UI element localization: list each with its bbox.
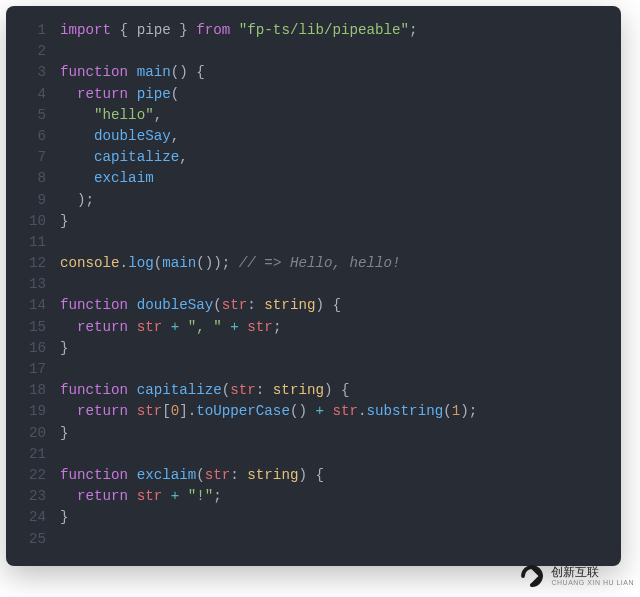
line-number: 25 <box>6 529 60 550</box>
code-line: 12console.log(main()); // => Hello, hell… <box>6 253 621 274</box>
line-number: 5 <box>6 105 60 126</box>
code-content: return pipe( <box>60 84 621 105</box>
code-content: return str + ", " + str; <box>60 317 621 338</box>
code-content: capitalize, <box>60 147 621 168</box>
watermark-text: 创新互联 CHUANG XIN HU LIAN <box>551 566 634 586</box>
code-line: 13 <box>6 274 621 295</box>
code-content: function capitalize(str: string) { <box>60 380 621 401</box>
code-line: 4 return pipe( <box>6 84 621 105</box>
line-number: 7 <box>6 147 60 168</box>
line-number: 16 <box>6 338 60 359</box>
code-content: return str[0].toUpperCase() + str.substr… <box>60 401 621 422</box>
code-line: 11 <box>6 232 621 253</box>
line-number: 11 <box>6 232 60 253</box>
line-number: 15 <box>6 317 60 338</box>
watermark-logo-icon <box>517 561 547 591</box>
code-content: exclaim <box>60 168 621 189</box>
code-line: 22function exclaim(str: string) { <box>6 465 621 486</box>
code-content: ); <box>60 190 621 211</box>
line-number: 21 <box>6 444 60 465</box>
code-line: 5 "hello", <box>6 105 621 126</box>
code-line: 16} <box>6 338 621 359</box>
code-line: 2 <box>6 41 621 62</box>
line-number: 14 <box>6 295 60 316</box>
code-content: function main() { <box>60 62 621 83</box>
line-number: 10 <box>6 211 60 232</box>
watermark: 创新互联 CHUANG XIN HU LIAN <box>517 561 634 591</box>
code-line: 14function doubleSay(str: string) { <box>6 295 621 316</box>
code-line: 20} <box>6 423 621 444</box>
code-line: 10} <box>6 211 621 232</box>
code-content: return str + "!"; <box>60 486 621 507</box>
code-line: 24} <box>6 507 621 528</box>
code-line: 19 return str[0].toUpperCase() + str.sub… <box>6 401 621 422</box>
line-number: 1 <box>6 20 60 41</box>
code-content: doubleSay, <box>60 126 621 147</box>
line-number: 3 <box>6 62 60 83</box>
line-number: 2 <box>6 41 60 62</box>
line-number: 24 <box>6 507 60 528</box>
code-line: 23 return str + "!"; <box>6 486 621 507</box>
code-content: import { pipe } from "fp-ts/lib/pipeable… <box>60 20 621 41</box>
code-content: function exclaim(str: string) { <box>60 465 621 486</box>
code-line: 3function main() { <box>6 62 621 83</box>
watermark-subtitle: CHUANG XIN HU LIAN <box>551 579 634 586</box>
line-number: 12 <box>6 253 60 274</box>
code-content: function doubleSay(str: string) { <box>60 295 621 316</box>
line-number: 8 <box>6 168 60 189</box>
code-editor: 1import { pipe } from "fp-ts/lib/pipeabl… <box>6 6 621 566</box>
line-number: 19 <box>6 401 60 422</box>
line-number: 22 <box>6 465 60 486</box>
code-line: 1import { pipe } from "fp-ts/lib/pipeabl… <box>6 20 621 41</box>
line-number: 20 <box>6 423 60 444</box>
code-line: 21 <box>6 444 621 465</box>
line-number: 6 <box>6 126 60 147</box>
code-content: console.log(main()); // => Hello, hello! <box>60 253 621 274</box>
code-content: "hello", <box>60 105 621 126</box>
code-content: } <box>60 211 621 232</box>
code-content: } <box>60 423 621 444</box>
line-number: 18 <box>6 380 60 401</box>
code-line: 8 exclaim <box>6 168 621 189</box>
code-content: } <box>60 507 621 528</box>
code-line: 15 return str + ", " + str; <box>6 317 621 338</box>
code-line: 9 ); <box>6 190 621 211</box>
code-line: 17 <box>6 359 621 380</box>
code-line: 25 <box>6 529 621 550</box>
line-number: 4 <box>6 84 60 105</box>
code-line: 18function capitalize(str: string) { <box>6 380 621 401</box>
watermark-title: 创新互联 <box>551 566 634 579</box>
line-number: 17 <box>6 359 60 380</box>
line-number: 9 <box>6 190 60 211</box>
line-number: 13 <box>6 274 60 295</box>
line-number: 23 <box>6 486 60 507</box>
code-content: } <box>60 338 621 359</box>
code-line: 6 doubleSay, <box>6 126 621 147</box>
code-line: 7 capitalize, <box>6 147 621 168</box>
